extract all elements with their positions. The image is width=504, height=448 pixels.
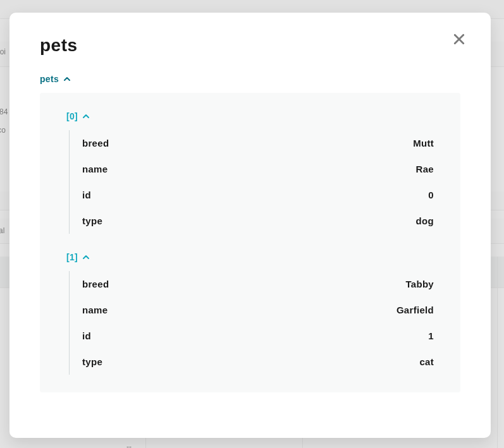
- kv-key: name: [82, 305, 108, 315]
- kv-key: name: [82, 164, 108, 174]
- array-item-1: [1] breed Tabby name Garfield id: [66, 251, 434, 375]
- kv-row: breed Tabby: [82, 271, 434, 297]
- kv-value: dog: [416, 215, 434, 226]
- kv-value: Garfield: [396, 305, 434, 315]
- kv-row: id 1: [82, 323, 434, 349]
- close-icon: [453, 33, 465, 47]
- item-toggle-1[interactable]: [1]: [66, 252, 89, 262]
- chevron-up-icon: [64, 76, 70, 82]
- kv-value: 0: [428, 190, 434, 200]
- kv-key: type: [82, 356, 102, 367]
- kv-key: type: [82, 215, 102, 226]
- kv-value: Tabby: [405, 279, 434, 289]
- items-container: [0] breed Mutt name Rae id 0: [40, 93, 460, 392]
- item-details: breed Tabby name Garfield id 1 type cat: [69, 271, 434, 375]
- item-index-label: [1]: [66, 252, 78, 262]
- kv-key: id: [82, 330, 91, 341]
- item-index-label: [0]: [66, 111, 78, 121]
- chevron-up-icon: [83, 113, 89, 119]
- kv-row: name Garfield: [82, 297, 434, 323]
- kv-key: id: [82, 190, 91, 200]
- item-details: breed Mutt name Rae id 0 type dog: [69, 130, 434, 234]
- array-item-0: [0] breed Mutt name Rae id 0: [66, 111, 434, 234]
- kv-row: breed Mutt: [82, 130, 434, 156]
- close-button[interactable]: [450, 32, 468, 49]
- kv-value: cat: [419, 356, 434, 367]
- item-toggle-0[interactable]: [0]: [66, 111, 89, 121]
- kv-key: breed: [82, 279, 109, 289]
- kv-value: 1: [428, 330, 434, 341]
- kv-row: type cat: [82, 349, 434, 375]
- root-toggle-label: pets: [40, 74, 59, 84]
- kv-value: Mutt: [413, 138, 434, 148]
- pets-modal: pets pets [0] breed Mutt: [9, 13, 491, 438]
- kv-key: breed: [82, 138, 109, 148]
- kv-row: id 0: [82, 182, 434, 208]
- chevron-up-icon: [83, 254, 89, 260]
- kv-row: name Rae: [82, 156, 434, 182]
- kv-value: Rae: [416, 164, 434, 174]
- kv-row: type dog: [82, 208, 434, 234]
- modal-title: pets: [40, 35, 460, 56]
- root-toggle[interactable]: pets: [40, 74, 70, 84]
